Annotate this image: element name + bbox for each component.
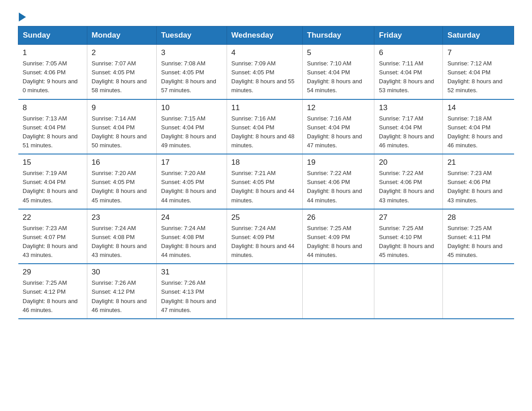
day-info: Sunrise: 7:24 AMSunset: 4:09 PMDaylight:… — [232, 225, 295, 258]
day-info: Sunrise: 7:17 AMSunset: 4:04 PMDaylight:… — [379, 115, 434, 149]
logo-arrow-icon — [19, 13, 26, 21]
calendar-day-cell: 2Sunrise: 7:07 AMSunset: 4:05 PMDaylight… — [87, 45, 156, 99]
day-info: Sunrise: 7:22 AMSunset: 4:06 PMDaylight:… — [307, 170, 362, 203]
day-number: 17 — [161, 158, 222, 167]
day-info: Sunrise: 7:15 AMSunset: 4:04 PMDaylight:… — [161, 115, 216, 149]
calendar-week-row: 8Sunrise: 7:13 AMSunset: 4:04 PMDaylight… — [18, 99, 514, 154]
header-thursday: Thursday — [302, 26, 374, 45]
day-info: Sunrise: 7:14 AMSunset: 4:04 PMDaylight:… — [92, 115, 147, 149]
calendar-header-row: SundayMondayTuesdayWednesdayThursdayFrid… — [18, 26, 514, 45]
calendar-day-cell: 16Sunrise: 7:20 AMSunset: 4:05 PMDayligh… — [87, 154, 156, 209]
calendar-day-cell: 26Sunrise: 7:25 AMSunset: 4:09 PMDayligh… — [302, 209, 374, 264]
calendar-day-cell: 14Sunrise: 7:18 AMSunset: 4:04 PMDayligh… — [443, 99, 514, 154]
calendar-empty-cell — [227, 264, 302, 319]
calendar-day-cell: 7Sunrise: 7:12 AMSunset: 4:04 PMDaylight… — [443, 45, 514, 99]
calendar-day-cell: 1Sunrise: 7:05 AMSunset: 4:06 PMDaylight… — [18, 45, 87, 99]
calendar-day-cell: 3Sunrise: 7:08 AMSunset: 4:05 PMDaylight… — [156, 45, 227, 99]
day-number: 21 — [447, 158, 509, 167]
calendar-day-cell: 21Sunrise: 7:23 AMSunset: 4:06 PMDayligh… — [443, 154, 514, 209]
day-number: 8 — [23, 103, 82, 112]
calendar-day-cell: 31Sunrise: 7:26 AMSunset: 4:13 PMDayligh… — [156, 264, 227, 319]
day-number: 4 — [232, 48, 298, 57]
day-number: 27 — [379, 213, 438, 222]
day-info: Sunrise: 7:25 AMSunset: 4:09 PMDaylight:… — [307, 225, 362, 258]
day-number: 6 — [379, 48, 438, 57]
calendar-day-cell: 6Sunrise: 7:11 AMSunset: 4:04 PMDaylight… — [374, 45, 443, 99]
day-info: Sunrise: 7:10 AMSunset: 4:04 PMDaylight:… — [307, 60, 362, 94]
calendar-empty-cell — [443, 264, 514, 319]
day-info: Sunrise: 7:07 AMSunset: 4:05 PMDaylight:… — [92, 60, 147, 94]
header-friday: Friday — [374, 26, 443, 45]
calendar-day-cell: 28Sunrise: 7:25 AMSunset: 4:11 PMDayligh… — [443, 209, 514, 264]
day-number: 16 — [92, 158, 152, 167]
day-info: Sunrise: 7:13 AMSunset: 4:04 PMDaylight:… — [23, 115, 78, 149]
calendar-day-cell: 5Sunrise: 7:10 AMSunset: 4:04 PMDaylight… — [302, 45, 374, 99]
day-info: Sunrise: 7:22 AMSunset: 4:06 PMDaylight:… — [379, 170, 434, 203]
day-info: Sunrise: 7:19 AMSunset: 4:04 PMDaylight:… — [23, 170, 78, 203]
day-number: 29 — [23, 268, 82, 277]
day-number: 20 — [379, 158, 438, 167]
day-info: Sunrise: 7:12 AMSunset: 4:04 PMDaylight:… — [447, 60, 502, 94]
day-number: 28 — [447, 213, 509, 222]
day-info: Sunrise: 7:25 AMSunset: 4:12 PMDaylight:… — [23, 279, 78, 313]
day-number: 22 — [23, 213, 82, 222]
header-wednesday: Wednesday — [227, 26, 302, 45]
day-info: Sunrise: 7:20 AMSunset: 4:05 PMDaylight:… — [161, 170, 216, 203]
calendar-day-cell: 8Sunrise: 7:13 AMSunset: 4:04 PMDaylight… — [18, 99, 87, 154]
calendar-day-cell: 20Sunrise: 7:22 AMSunset: 4:06 PMDayligh… — [374, 154, 443, 209]
day-number: 2 — [92, 48, 152, 57]
day-info: Sunrise: 7:18 AMSunset: 4:04 PMDaylight:… — [447, 115, 502, 149]
day-info: Sunrise: 7:05 AMSunset: 4:06 PMDaylight:… — [23, 60, 78, 94]
calendar-day-cell: 18Sunrise: 7:21 AMSunset: 4:05 PMDayligh… — [227, 154, 302, 209]
day-info: Sunrise: 7:25 AMSunset: 4:10 PMDaylight:… — [379, 225, 434, 258]
day-number: 14 — [447, 103, 509, 112]
calendar-day-cell: 25Sunrise: 7:24 AMSunset: 4:09 PMDayligh… — [227, 209, 302, 264]
header-tuesday: Tuesday — [156, 26, 227, 45]
calendar-day-cell: 9Sunrise: 7:14 AMSunset: 4:04 PMDaylight… — [87, 99, 156, 154]
day-number: 1 — [23, 48, 82, 57]
day-number: 9 — [92, 103, 152, 112]
calendar-day-cell: 12Sunrise: 7:16 AMSunset: 4:04 PMDayligh… — [302, 99, 374, 154]
day-number: 11 — [232, 103, 298, 112]
day-info: Sunrise: 7:23 AMSunset: 4:07 PMDaylight:… — [23, 225, 78, 258]
header-sunday: Sunday — [18, 26, 87, 45]
day-info: Sunrise: 7:21 AMSunset: 4:05 PMDaylight:… — [232, 170, 295, 203]
day-number: 7 — [447, 48, 509, 57]
day-number: 18 — [232, 158, 298, 167]
calendar-day-cell: 11Sunrise: 7:16 AMSunset: 4:04 PMDayligh… — [227, 99, 302, 154]
day-number: 15 — [23, 158, 82, 167]
calendar-day-cell: 23Sunrise: 7:24 AMSunset: 4:08 PMDayligh… — [87, 209, 156, 264]
calendar-day-cell: 27Sunrise: 7:25 AMSunset: 4:10 PMDayligh… — [374, 209, 443, 264]
calendar-day-cell: 22Sunrise: 7:23 AMSunset: 4:07 PMDayligh… — [18, 209, 87, 264]
day-number: 3 — [161, 48, 222, 57]
day-info: Sunrise: 7:16 AMSunset: 4:04 PMDaylight:… — [307, 115, 362, 149]
calendar-day-cell: 15Sunrise: 7:19 AMSunset: 4:04 PMDayligh… — [18, 154, 87, 209]
header-saturday: Saturday — [443, 26, 514, 45]
day-number: 26 — [307, 213, 370, 222]
day-info: Sunrise: 7:11 AMSunset: 4:04 PMDaylight:… — [379, 60, 434, 94]
calendar-week-row: 29Sunrise: 7:25 AMSunset: 4:12 PMDayligh… — [18, 264, 514, 319]
day-info: Sunrise: 7:23 AMSunset: 4:06 PMDaylight:… — [447, 170, 502, 203]
day-number: 30 — [92, 268, 152, 277]
calendar-week-row: 22Sunrise: 7:23 AMSunset: 4:07 PMDayligh… — [18, 209, 514, 264]
calendar-day-cell: 29Sunrise: 7:25 AMSunset: 4:12 PMDayligh… — [18, 264, 87, 319]
calendar-day-cell: 17Sunrise: 7:20 AMSunset: 4:05 PMDayligh… — [156, 154, 227, 209]
calendar-empty-cell — [302, 264, 374, 319]
calendar-week-row: 1Sunrise: 7:05 AMSunset: 4:06 PMDaylight… — [18, 45, 514, 99]
day-number: 23 — [92, 213, 152, 222]
day-number: 5 — [307, 48, 370, 57]
day-number: 24 — [161, 213, 222, 222]
day-info: Sunrise: 7:24 AMSunset: 4:08 PMDaylight:… — [161, 225, 216, 258]
day-number: 25 — [232, 213, 298, 222]
calendar-table: SundayMondayTuesdayWednesdayThursdayFrid… — [18, 26, 514, 319]
day-number: 31 — [161, 268, 222, 277]
day-info: Sunrise: 7:26 AMSunset: 4:12 PMDaylight:… — [92, 279, 147, 313]
calendar-day-cell: 19Sunrise: 7:22 AMSunset: 4:06 PMDayligh… — [302, 154, 374, 209]
calendar-day-cell: 4Sunrise: 7:09 AMSunset: 4:05 PMDaylight… — [227, 45, 302, 99]
logo — [18, 13, 26, 20]
day-number: 13 — [379, 103, 438, 112]
day-info: Sunrise: 7:24 AMSunset: 4:08 PMDaylight:… — [92, 225, 147, 258]
day-info: Sunrise: 7:20 AMSunset: 4:05 PMDaylight:… — [92, 170, 147, 203]
day-info: Sunrise: 7:26 AMSunset: 4:13 PMDaylight:… — [161, 279, 216, 313]
day-info: Sunrise: 7:16 AMSunset: 4:04 PMDaylight:… — [232, 115, 295, 149]
